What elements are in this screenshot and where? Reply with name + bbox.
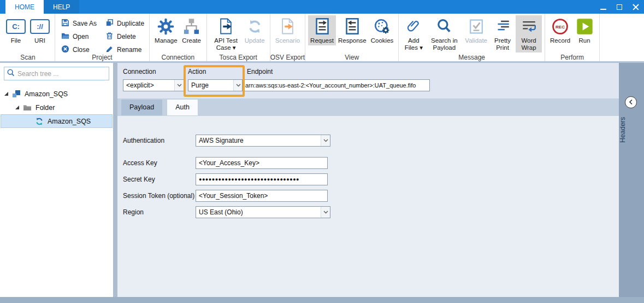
duplicate-button[interactable]: Duplicate [105, 18, 144, 30]
region-dropdown[interactable]: US East (Ohio) [196, 206, 330, 218]
record-rec-icon: REC [552, 16, 569, 36]
ribbon: C: File :// URI Scan Save As Open [0, 14, 644, 61]
word-wrap-button[interactable]: Word Wrap [516, 15, 542, 53]
expand-headers-button[interactable] [625, 96, 637, 108]
sidebar-splitter[interactable] [113, 63, 117, 297]
response-button[interactable]: Response [336, 15, 369, 45]
access-key-row: Access Key [123, 157, 619, 169]
floppy-icon [61, 19, 69, 28]
tree-item-folder[interactable]: Folder [0, 101, 113, 114]
file-button[interactable]: C: File [4, 15, 28, 45]
search-icon [7, 69, 15, 79]
search-input[interactable] [17, 70, 106, 78]
secret-key-label: Secret Key [123, 176, 196, 183]
cookies-label: Cookies [371, 37, 394, 44]
group-label-view: View [305, 54, 398, 61]
word-wrap-icon [522, 16, 536, 36]
record-button[interactable]: REC Record [548, 15, 572, 45]
open-button[interactable]: Open [61, 31, 97, 43]
update-label: Update [245, 37, 265, 44]
tab-payload[interactable]: Payload [121, 100, 162, 115]
authentication-dropdown[interactable]: AWS Signature [196, 135, 330, 147]
cookies-button[interactable]: Cookies [369, 15, 396, 45]
manage-label: Manage [155, 37, 178, 44]
connection-field-group: Connection <explicit> [123, 68, 184, 91]
uri-source-icon: :// [30, 16, 50, 36]
create-button[interactable]: Create [180, 15, 204, 45]
scenario-label: Scenario [275, 37, 300, 44]
headers-panel-label: Headers [619, 113, 644, 146]
open-folder-icon [61, 32, 69, 42]
request-button[interactable]: Request [308, 15, 336, 45]
access-key-input[interactable] [196, 157, 328, 169]
access-key-label: Access Key [123, 159, 196, 167]
chevron-down-icon[interactable] [321, 207, 330, 218]
validate-button[interactable]: Validate [463, 15, 489, 45]
close-button[interactable] [628, 0, 644, 14]
tree-item-root-label: Amazon_SQS [25, 90, 68, 98]
uri-label: URI [34, 37, 45, 44]
group-label-project: Project [55, 54, 149, 61]
update-button[interactable]: Update [243, 15, 267, 45]
secret-key-row: Secret Key [123, 173, 619, 185]
pretty-print-button[interactable]: Pretty Print [489, 15, 516, 53]
ribbon-group-project: Save As Open Close Duplicate Delete [55, 14, 150, 61]
network-icon [183, 16, 200, 36]
ribbon-group-perform: REC Record Run Perform [545, 14, 600, 61]
open-label: Open [73, 33, 88, 40]
add-files-button[interactable]: Add Files ▾ [401, 15, 426, 53]
auth-form: Authentication AWS Signature Access Key … [117, 116, 619, 297]
group-label-tosca-export: Tosca Export [207, 54, 270, 61]
save-as-button[interactable]: Save As [61, 18, 97, 30]
maximize-button[interactable] [611, 0, 628, 14]
tab-auth-label: Auth [175, 103, 190, 111]
delete-button[interactable]: Delete [105, 31, 144, 43]
refresh-icon [247, 16, 263, 36]
expander-icon[interactable] [4, 92, 8, 96]
chevron-down-icon[interactable] [233, 80, 243, 91]
secret-key-input[interactable] [196, 173, 328, 185]
cookie-icon [374, 16, 390, 36]
workspace: Amazon_SQS Folder Amazon_SQS Connection [0, 63, 644, 297]
tree-search-box [4, 67, 109, 80]
region-row: Region US East (Ohio) [123, 206, 619, 218]
folder-icon [23, 103, 32, 112]
titlebar-spacer [79, 0, 595, 14]
tab-help-label: HELP [53, 3, 70, 11]
connection-dropdown[interactable]: <explicit> [123, 79, 184, 91]
manage-button[interactable]: Manage [152, 15, 180, 45]
project-icon [12, 90, 21, 98]
action-field-group: Action Purge [188, 68, 243, 91]
scenario-button[interactable]: Scenario [273, 15, 302, 45]
tab-help[interactable]: HELP [44, 0, 79, 14]
action-dropdown[interactable]: Purge [188, 79, 243, 91]
document-export-icon [218, 16, 233, 36]
chevron-down-icon[interactable] [321, 135, 330, 146]
tree-item-folder-label: Folder [36, 104, 55, 112]
pretty-print-label: Pretty Print [492, 37, 513, 51]
add-files-label: Add Files ▾ [404, 37, 423, 51]
minimize-icon [600, 9, 606, 10]
app-window: HOME HELP C: File :// URI Scan [0, 0, 644, 303]
save-as-label: Save As [73, 20, 97, 27]
run-button[interactable]: Run [572, 15, 596, 45]
tab-auth[interactable]: Auth [167, 100, 198, 115]
chevron-down-icon[interactable] [174, 80, 184, 91]
session-token-input[interactable] [196, 190, 328, 202]
tree-item-root[interactable]: Amazon_SQS [0, 87, 113, 101]
connection-label: Connection [123, 68, 184, 75]
group-label-osv-export: OSV Export [270, 54, 305, 61]
payload-auth-tabstrip: Payload Auth [117, 98, 619, 116]
endpoint-input[interactable] [242, 79, 430, 91]
ribbon-group-message: Add Files ▾ Search in Payload Validate P… [399, 14, 545, 61]
close-icon [633, 4, 639, 10]
run-label: Run [579, 37, 590, 44]
uri-button[interactable]: :// URI [28, 15, 52, 45]
tab-home[interactable]: HOME [5, 0, 44, 14]
expander-icon[interactable] [15, 106, 19, 109]
tree-item-amazon-sqs[interactable]: Amazon_SQS [1, 114, 113, 128]
search-in-payload-button[interactable]: Search in Payload [426, 15, 463, 53]
minimize-button[interactable] [595, 0, 611, 14]
api-test-case-button[interactable]: API Test Case ▾ [210, 15, 243, 53]
main-panel: Connection <explicit> Action Purge Endpo… [117, 63, 619, 297]
